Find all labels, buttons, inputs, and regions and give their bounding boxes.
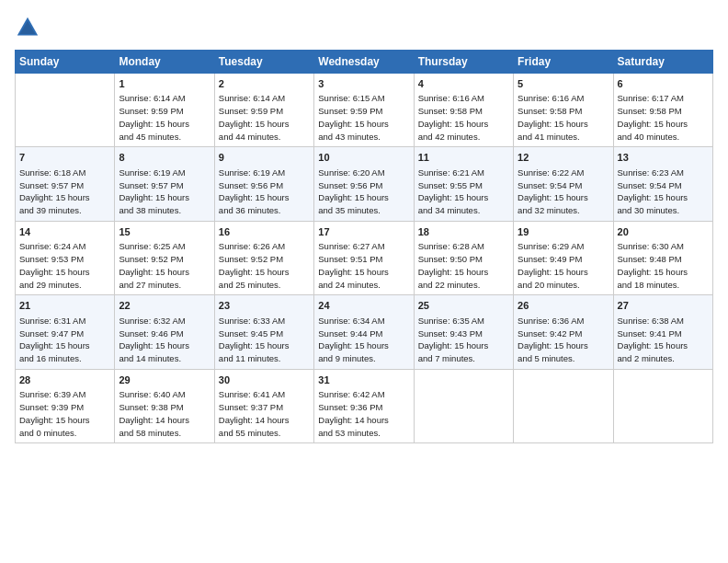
day-number: 11 [418,151,509,165]
logo-icon [15,15,40,40]
day-number: 12 [518,151,609,165]
col-header-monday: Monday [115,51,214,74]
calendar-cell: 4Sunrise: 6:16 AM Sunset: 9:58 PM Daylig… [414,74,513,147]
day-number: 14 [19,225,110,239]
day-number: 20 [618,225,709,239]
calendar-cell: 25Sunrise: 6:35 AM Sunset: 9:43 PM Dayli… [414,295,513,369]
calendar-cell: 13Sunrise: 6:23 AM Sunset: 9:54 PM Dayli… [613,147,712,221]
day-number: 5 [518,77,609,91]
day-number: 10 [318,151,409,165]
day-number: 4 [418,77,509,91]
cell-info: Sunrise: 6:34 AM Sunset: 9:44 PM Dayligh… [318,315,409,365]
cell-info: Sunrise: 6:42 AM Sunset: 9:36 PM Dayligh… [318,388,409,439]
week-row-2: 14Sunrise: 6:24 AM Sunset: 9:53 PM Dayli… [16,221,713,294]
col-header-saturday: Saturday [613,51,712,74]
cell-info: Sunrise: 6:30 AM Sunset: 9:48 PM Dayligh… [618,240,709,291]
day-number: 18 [418,225,509,239]
calendar-table: SundayMondayTuesdayWednesdayThursdayFrid… [15,50,713,443]
day-number: 16 [219,225,310,239]
col-header-wednesday: Wednesday [314,51,414,74]
week-row-1: 7Sunrise: 6:18 AM Sunset: 9:57 PM Daylig… [16,147,713,221]
cell-info: Sunrise: 6:16 AM Sunset: 9:58 PM Dayligh… [418,92,509,143]
week-row-3: 21Sunrise: 6:31 AM Sunset: 9:47 PM Dayli… [16,295,713,369]
cell-info: Sunrise: 6:29 AM Sunset: 9:49 PM Dayligh… [518,240,609,291]
calendar-cell: 15Sunrise: 6:25 AM Sunset: 9:52 PM Dayli… [115,221,214,294]
cell-info: Sunrise: 6:21 AM Sunset: 9:55 PM Dayligh… [418,167,509,217]
calendar-cell: 7Sunrise: 6:18 AM Sunset: 9:57 PM Daylig… [16,147,115,221]
calendar-cell: 5Sunrise: 6:16 AM Sunset: 9:58 PM Daylig… [514,74,613,147]
calendar-cell: 11Sunrise: 6:21 AM Sunset: 9:55 PM Dayli… [414,147,513,221]
calendar-cell: 16Sunrise: 6:26 AM Sunset: 9:52 PM Dayli… [214,221,313,294]
cell-info: Sunrise: 6:35 AM Sunset: 9:43 PM Dayligh… [418,315,509,365]
day-number: 21 [19,299,110,313]
day-number: 26 [518,299,609,313]
day-number: 8 [119,151,210,165]
day-number: 9 [219,151,310,165]
day-number: 19 [518,225,609,239]
cell-info: Sunrise: 6:19 AM Sunset: 9:57 PM Dayligh… [119,167,210,217]
calendar-cell: 19Sunrise: 6:29 AM Sunset: 9:49 PM Dayli… [514,221,613,294]
day-number: 13 [618,151,709,165]
calendar-cell: 27Sunrise: 6:38 AM Sunset: 9:41 PM Dayli… [613,295,712,369]
calendar-cell [414,369,513,442]
cell-info: Sunrise: 6:24 AM Sunset: 9:53 PM Dayligh… [19,240,110,291]
cell-info: Sunrise: 6:18 AM Sunset: 9:57 PM Dayligh… [19,167,110,217]
page-container: SundayMondayTuesdayWednesdayThursdayFrid… [0,0,728,453]
day-number: 17 [318,225,409,239]
day-number: 23 [219,299,310,313]
calendar-cell: 26Sunrise: 6:36 AM Sunset: 9:42 PM Dayli… [514,295,613,369]
calendar-cell: 3Sunrise: 6:15 AM Sunset: 9:59 PM Daylig… [314,74,414,147]
calendar-cell: 22Sunrise: 6:32 AM Sunset: 9:46 PM Dayli… [115,295,214,369]
calendar-cell: 6Sunrise: 6:17 AM Sunset: 9:58 PM Daylig… [613,74,712,147]
day-number: 6 [618,77,709,91]
calendar-cell [16,74,115,147]
cell-info: Sunrise: 6:14 AM Sunset: 9:59 PM Dayligh… [119,92,210,143]
calendar-cell: 9Sunrise: 6:19 AM Sunset: 9:56 PM Daylig… [214,147,313,221]
calendar-header-row: SundayMondayTuesdayWednesdayThursdayFrid… [16,51,713,74]
col-header-sunday: Sunday [16,51,115,74]
cell-info: Sunrise: 6:41 AM Sunset: 9:37 PM Dayligh… [219,388,310,439]
calendar-cell: 8Sunrise: 6:19 AM Sunset: 9:57 PM Daylig… [115,147,214,221]
calendar-cell [613,369,712,442]
cell-info: Sunrise: 6:28 AM Sunset: 9:50 PM Dayligh… [418,240,509,291]
day-number: 28 [19,373,110,387]
cell-info: Sunrise: 6:26 AM Sunset: 9:52 PM Dayligh… [219,240,310,291]
cell-info: Sunrise: 6:31 AM Sunset: 9:47 PM Dayligh… [19,315,110,365]
day-number: 3 [318,77,409,91]
cell-info: Sunrise: 6:27 AM Sunset: 9:51 PM Dayligh… [318,240,409,291]
day-number: 29 [119,373,210,387]
cell-info: Sunrise: 6:32 AM Sunset: 9:46 PM Dayligh… [119,315,210,365]
calendar-cell: 20Sunrise: 6:30 AM Sunset: 9:48 PM Dayli… [613,221,712,294]
day-number: 7 [19,151,110,165]
col-header-friday: Friday [514,51,613,74]
day-number: 31 [318,373,409,387]
cell-info: Sunrise: 6:25 AM Sunset: 9:52 PM Dayligh… [119,240,210,291]
logo [15,15,44,40]
calendar-cell: 29Sunrise: 6:40 AM Sunset: 9:38 PM Dayli… [115,369,214,442]
cell-info: Sunrise: 6:20 AM Sunset: 9:56 PM Dayligh… [318,167,409,217]
calendar-cell: 2Sunrise: 6:14 AM Sunset: 9:59 PM Daylig… [214,74,313,147]
calendar-cell: 17Sunrise: 6:27 AM Sunset: 9:51 PM Dayli… [314,221,414,294]
week-row-4: 28Sunrise: 6:39 AM Sunset: 9:39 PM Dayli… [16,369,713,442]
cell-info: Sunrise: 6:15 AM Sunset: 9:59 PM Dayligh… [318,92,409,143]
cell-info: Sunrise: 6:16 AM Sunset: 9:58 PM Dayligh… [518,92,609,143]
cell-info: Sunrise: 6:38 AM Sunset: 9:41 PM Dayligh… [618,315,709,365]
calendar-cell: 24Sunrise: 6:34 AM Sunset: 9:44 PM Dayli… [314,295,414,369]
day-number: 22 [119,299,210,313]
cell-info: Sunrise: 6:39 AM Sunset: 9:39 PM Dayligh… [19,388,110,439]
cell-info: Sunrise: 6:23 AM Sunset: 9:54 PM Dayligh… [618,167,709,217]
calendar-cell: 30Sunrise: 6:41 AM Sunset: 9:37 PM Dayli… [214,369,313,442]
day-number: 1 [119,77,210,91]
calendar-cell: 23Sunrise: 6:33 AM Sunset: 9:45 PM Dayli… [214,295,313,369]
calendar-cell: 28Sunrise: 6:39 AM Sunset: 9:39 PM Dayli… [16,369,115,442]
calendar-cell: 18Sunrise: 6:28 AM Sunset: 9:50 PM Dayli… [414,221,513,294]
calendar-cell: 14Sunrise: 6:24 AM Sunset: 9:53 PM Dayli… [16,221,115,294]
day-number: 25 [418,299,509,313]
col-header-thursday: Thursday [414,51,513,74]
day-number: 24 [318,299,409,313]
header [15,15,713,40]
cell-info: Sunrise: 6:17 AM Sunset: 9:58 PM Dayligh… [618,92,709,143]
day-number: 27 [618,299,709,313]
calendar-cell: 12Sunrise: 6:22 AM Sunset: 9:54 PM Dayli… [514,147,613,221]
day-number: 15 [119,225,210,239]
